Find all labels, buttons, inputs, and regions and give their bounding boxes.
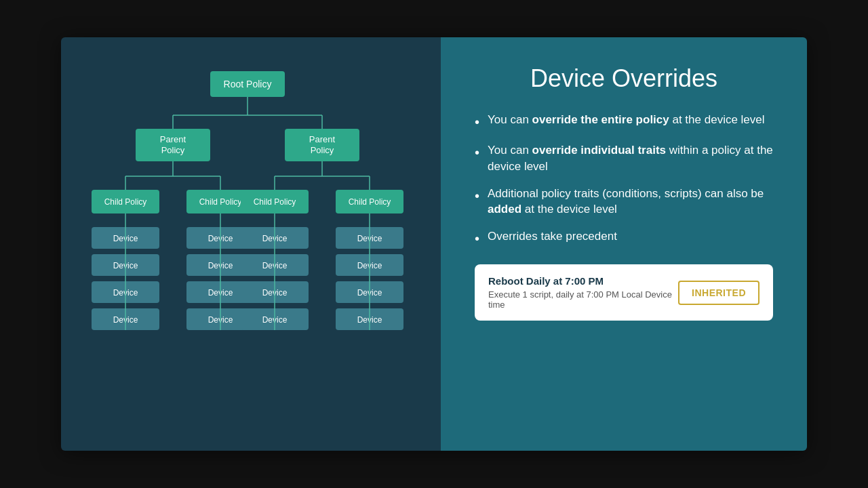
bullet-list: • You can override the entire policy at …	[475, 112, 773, 248]
bold-added: added	[488, 203, 521, 216]
tree-diagram: Root Policy Parent Policy Parent Policy	[75, 58, 427, 424]
bullet-dot-1: •	[475, 113, 479, 131]
child4-label: Child Policy	[349, 197, 391, 207]
inherited-badge: INHERITED	[678, 281, 760, 305]
child2-label: Child Policy	[199, 197, 242, 207]
bullet-text-2: You can override individual traits withi…	[488, 142, 773, 175]
parent-right-label: Parent	[309, 134, 336, 144]
bullet-text-4: Overrides take precedent	[488, 228, 773, 245]
card-subtitle: Execute 1 script, daily at 7:00 PM Local…	[488, 289, 678, 310]
parent-left-label: Parent	[160, 134, 186, 144]
slide: Root Policy Parent Policy Parent Policy	[61, 37, 807, 451]
bullet-item-3: • Additional policy traits (conditions, …	[475, 186, 773, 218]
inherited-card: Reboot Daily at 7:00 PM Execute 1 script…	[475, 264, 773, 321]
child3-label: Child Policy	[254, 197, 296, 207]
child1-label: Child Policy	[104, 197, 147, 207]
parent-right-label2: Policy	[311, 145, 334, 155]
bullet-dot-3: •	[475, 186, 479, 205]
slide-title: Device Overrides	[475, 64, 773, 93]
root-node-label: Root Policy	[224, 79, 272, 89]
bold-override-traits: override individual traits	[532, 144, 666, 157]
bullet-item-4: • Overrides take precedent	[475, 228, 773, 248]
bullet-text-3: Additional policy traits (conditions, sc…	[488, 186, 773, 218]
bullet-dot-2: •	[475, 143, 479, 162]
left-panel: Root Policy Parent Policy Parent Policy	[61, 37, 441, 451]
right-panel: Device Overrides • You can override the …	[441, 37, 807, 451]
card-title: Reboot Daily at 7:00 PM	[488, 275, 678, 287]
bullet-dot-4: •	[475, 229, 479, 248]
bullet-item-1: • You can override the entire policy at …	[475, 112, 773, 131]
bullet-text-1: You can override the entire policy at th…	[488, 112, 773, 128]
card-text: Reboot Daily at 7:00 PM Execute 1 script…	[488, 275, 678, 310]
bold-override-entire: override the entire policy	[532, 113, 669, 126]
parent-left-label2: Policy	[161, 145, 185, 155]
bullet-item-2: • You can override individual traits wit…	[475, 142, 773, 175]
